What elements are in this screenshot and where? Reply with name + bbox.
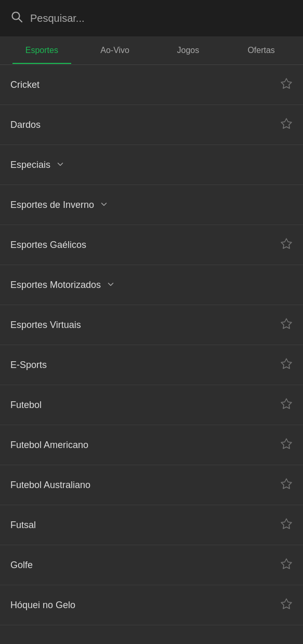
sport-item-especiais[interactable]: Especiais [0, 145, 303, 185]
sport-item-futsal[interactable]: Futsal [0, 505, 303, 545]
sport-label-dardos: Dardos [10, 120, 41, 130]
favorite-star-icon[interactable] [280, 318, 293, 332]
tabs-bar: Esportes Ao-Vivo Jogos Ofertas [0, 36, 303, 65]
favorite-star-icon[interactable] [280, 117, 293, 132]
sport-item-esportes-virtuais[interactable]: Esportes Virtuais [0, 305, 303, 345]
favorite-star-icon[interactable] [280, 558, 293, 572]
svg-marker-3 [281, 119, 292, 128]
sport-item-esportes-gaelicos[interactable]: Esportes Gaélicos [0, 225, 303, 265]
sport-item-futebol[interactable]: Futebol [0, 385, 303, 425]
svg-marker-10 [281, 519, 292, 529]
favorite-star-icon[interactable] [280, 358, 293, 372]
svg-marker-11 [281, 559, 292, 569]
search-icon [10, 10, 23, 26]
sport-item-dardos[interactable]: Dardos [0, 105, 303, 145]
svg-marker-4 [281, 239, 292, 248]
tab-jogos[interactable]: Jogos [152, 37, 225, 63]
chevron-down-icon [99, 200, 109, 211]
svg-marker-8 [281, 439, 292, 449]
sport-item-futebol-americano[interactable]: Futebol Americano [0, 425, 303, 465]
sport-label-golfe: Golfe [10, 560, 33, 571]
sport-label-futebol-australiano: Futebol Australiano [10, 480, 90, 491]
sport-label-esportes-inverno: Esportes de Inverno [10, 200, 109, 211]
sport-label-futebol: Futebol [10, 400, 42, 411]
svg-marker-9 [281, 479, 292, 489]
sport-item-hoquei-gelo[interactable]: Hóquei no Gelo [0, 585, 303, 625]
sport-label-e-sports: E-Sports [10, 360, 47, 371]
sport-label-hoquei-gelo: Hóquei no Gelo [10, 600, 75, 611]
svg-line-1 [19, 19, 22, 22]
sport-label-especiais: Especiais [10, 160, 65, 170]
sport-label-esportes-virtuais: Esportes Virtuais [10, 320, 81, 331]
sport-item-futebol-australiano[interactable]: Futebol Australiano [0, 465, 303, 505]
svg-marker-7 [281, 399, 292, 409]
sport-label-futsal: Futsal [10, 520, 36, 531]
chevron-down-icon [56, 160, 65, 170]
favorite-star-icon[interactable] [280, 478, 293, 492]
sport-label-esportes-gaelicos: Esportes Gaélicos [10, 240, 86, 251]
sport-list: CricketDardosEspeciaisEsportes de Invern… [0, 65, 303, 625]
sport-label-futebol-americano: Futebol Americano [10, 440, 88, 451]
favorite-star-icon[interactable] [280, 518, 293, 532]
favorite-star-icon[interactable] [280, 398, 293, 412]
favorite-star-icon[interactable] [280, 77, 293, 92]
svg-marker-12 [281, 599, 292, 609]
tab-esportes[interactable]: Esportes [5, 37, 78, 63]
chevron-down-icon [106, 280, 115, 291]
svg-marker-5 [281, 319, 292, 328]
tab-ofertas[interactable]: Ofertas [225, 37, 298, 63]
sport-item-esportes-motorizados[interactable]: Esportes Motorizados [0, 265, 303, 305]
search-bar[interactable]: Pesquisar... [0, 0, 303, 36]
sport-label-cricket: Cricket [10, 80, 39, 90]
sport-item-esportes-inverno[interactable]: Esportes de Inverno [0, 185, 303, 225]
sport-item-cricket[interactable]: Cricket [0, 65, 303, 105]
favorite-star-icon[interactable] [280, 438, 293, 452]
sport-label-esportes-motorizados: Esportes Motorizados [10, 280, 115, 291]
sport-item-e-sports[interactable]: E-Sports [0, 345, 303, 385]
svg-marker-6 [281, 359, 292, 369]
favorite-star-icon[interactable] [280, 238, 293, 252]
svg-marker-2 [281, 78, 292, 88]
search-placeholder: Pesquisar... [30, 12, 85, 24]
favorite-star-icon[interactable] [280, 598, 293, 612]
tab-ao-vivo[interactable]: Ao-Vivo [78, 37, 152, 63]
sport-item-golfe[interactable]: Golfe [0, 545, 303, 585]
